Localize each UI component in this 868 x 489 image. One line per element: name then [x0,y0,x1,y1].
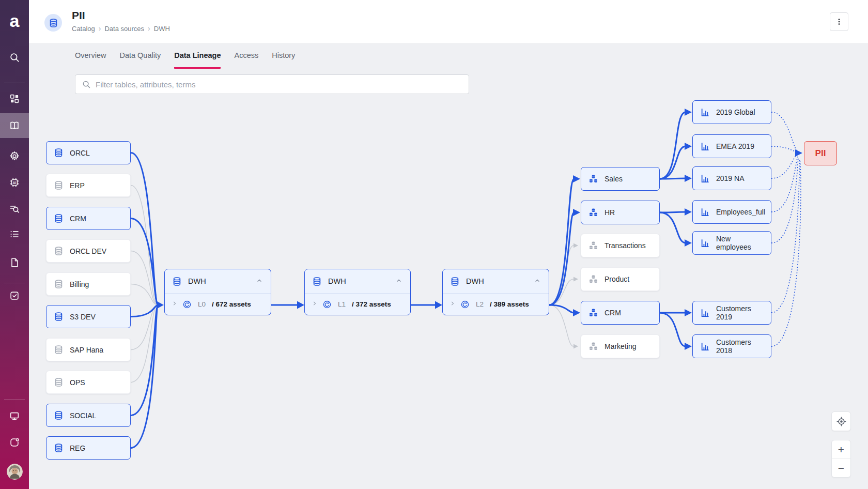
database-icon [54,377,64,387]
dwh-node-header[interactable]: DWH [165,269,271,293]
node-label: HR [605,208,615,217]
lineage-node-new-employees[interactable]: New employees [692,231,771,255]
chevron-right-icon[interactable] [449,300,456,309]
node-label: SOCIAL [70,411,96,420]
node-label: Customers 2018 [716,338,764,355]
dwh-assets-row[interactable]: L2 / 389 assets [443,293,549,315]
lineage-node-orcl-dev[interactable]: ORCL DEV [46,239,131,263]
dwh-node-header[interactable]: DWH [443,269,549,293]
node-label: DWH [328,277,346,285]
lineage-node-crm-source[interactable]: CRM [46,207,131,230]
dwh-assets-row[interactable]: L0 / 672 assets [165,293,271,315]
schema-icon [588,308,598,318]
assets-count: / 672 assets [212,300,251,308]
report-icon [700,238,710,248]
zoom-in-button[interactable]: + [832,440,850,459]
layer-label: L1 [338,300,346,308]
sidebar-monitoring-search-icon[interactable] [4,198,25,219]
breadcrumb-item-catalog[interactable]: Catalog [72,25,95,33]
entity-database-icon [44,14,62,32]
lineage-node-dwh-l2[interactable]: DWH L2 / 389 assets [442,269,549,315]
lineage-node-customers-2018[interactable]: Customers 2018 [692,334,771,358]
breadcrumb-item-dwh[interactable]: DWH [154,25,170,33]
schema-icon [588,208,598,218]
chevron-right-icon[interactable] [171,300,178,309]
node-label: CRM [70,215,86,223]
sidebar-gear-icon[interactable] [4,146,25,166]
sidebar-grid-icon[interactable] [4,88,25,109]
tab-data-lineage[interactable]: Data Lineage [174,51,221,69]
chevron-right-icon[interactable] [311,300,318,309]
lineage-node-2019-global[interactable]: 2019 Global [692,100,771,124]
search-icon [82,80,91,89]
node-label: Employees_full [716,208,765,216]
node-label: New employees [716,235,764,251]
chevron-up-icon[interactable] [395,277,403,286]
lineage-node-employees-full[interactable]: Employees_full [692,200,771,224]
node-label: REG [70,444,85,452]
zoom-out-button[interactable]: − [832,459,850,477]
lineage-node-orcl[interactable]: ORCL [46,141,131,164]
lineage-node-ops[interactable]: OPS [46,371,131,394]
node-label: Customers 2019 [716,304,764,321]
lineage-node-sap-hana[interactable]: SAP Hana [46,338,131,361]
tab-bar: Overview Data Quality Data Lineage Acces… [75,44,295,69]
breadcrumb-separator-icon: › [148,25,150,32]
chevron-up-icon[interactable] [255,277,264,286]
lineage-node-dwh-l0[interactable]: DWH L0 / 672 assets [164,269,271,315]
breadcrumb-item-data-sources[interactable]: Data sources [104,25,144,33]
lineage-node-2019-na[interactable]: 2019 NA [692,166,771,190]
lineage-node-erp[interactable]: ERP [46,174,131,197]
database-icon [54,246,64,256]
target-icon [836,416,847,427]
sidebar-list-icon[interactable] [4,224,25,244]
lineage-node-product[interactable]: Product [581,267,660,291]
node-label: Marketing [605,342,636,350]
database-icon [54,213,64,223]
locate-button[interactable] [831,411,851,431]
tab-access[interactable]: Access [234,51,258,69]
lineage-node-hr[interactable]: HR [581,201,660,224]
database-icon [54,443,64,453]
breadcrumb: Catalog › Data sources › DWH [72,25,170,33]
kebab-menu-icon [834,17,844,27]
lineage-node-social[interactable]: SOCIAL [46,404,131,427]
lineage-node-s3-dev[interactable]: S3 DEV [46,305,131,328]
lineage-node-crm-mart[interactable]: CRM [581,301,660,325]
lineage-node-pii-term[interactable]: PII [804,141,837,165]
lineage-node-reg[interactable]: REG [46,436,131,460]
tab-overview[interactable]: Overview [75,51,106,69]
sidebar-desktop-icon[interactable] [4,406,25,426]
node-label: ORCL DEV [70,247,106,255]
sidebar-book-icon[interactable] [4,115,25,136]
sidebar-document-icon[interactable] [4,252,25,273]
lineage-node-transactions[interactable]: Transactions [581,234,660,257]
schema-icon [588,274,598,284]
lineage-node-dwh-l1[interactable]: DWH L1 / 372 assets [304,269,411,315]
lineage-node-sales[interactable]: Sales [581,167,660,191]
database-icon [54,180,64,190]
sidebar-checkbox-icon[interactable] [4,285,25,306]
sidebar-session-icon[interactable] [4,432,25,453]
lineage-node-billing[interactable]: Billing [46,272,131,296]
user-avatar[interactable] [7,464,23,480]
lineage-node-emea-2019[interactable]: EMEA 2019 [692,134,771,158]
dwh-node-header[interactable]: DWH [305,269,410,293]
app-window: a PII Catalog › Data sources › DWH Overv… [0,0,868,489]
tab-history[interactable]: History [272,51,295,69]
sidebar-ai-chip-icon[interactable] [4,172,25,193]
report-icon [700,142,710,151]
node-label: Product [605,275,629,283]
filter-input[interactable] [96,80,462,89]
dwh-assets-row[interactable]: L1 / 372 assets [305,293,410,315]
node-label: Billing [70,280,89,288]
app-logo[interactable]: a [0,10,29,31]
tab-data-quality[interactable]: Data Quality [119,51,161,69]
lineage-node-marketing[interactable]: Marketing [581,334,660,358]
chevron-up-icon[interactable] [533,277,541,286]
node-label: Sales [605,175,623,183]
lineage-node-customers-2019[interactable]: Customers 2019 [692,301,771,325]
node-label: OPS [70,378,85,387]
sidebar-search-icon[interactable] [4,47,25,68]
more-actions-button[interactable] [830,12,848,31]
